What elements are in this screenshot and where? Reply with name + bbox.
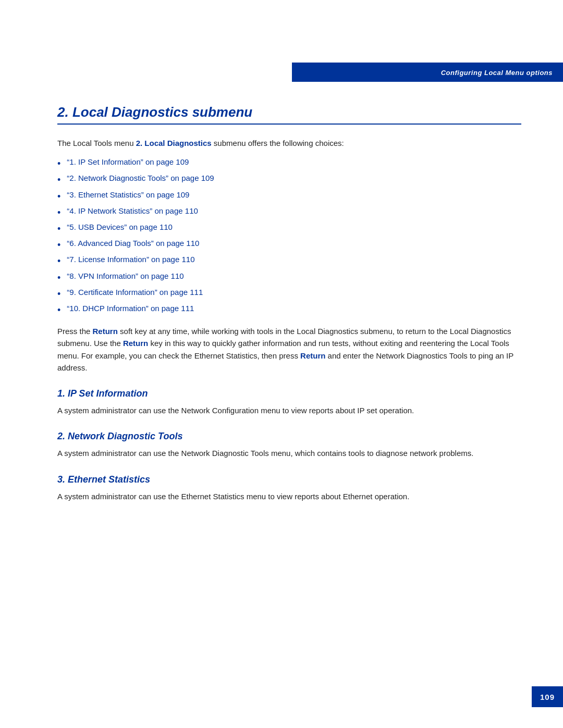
list-item: • “3. Ethernet Statistics” on page 109	[57, 190, 521, 203]
bullet-dot: •	[57, 304, 60, 317]
bullet-link[interactable]: “2. Network Diagnostic Tools” on page 10…	[67, 174, 214, 182]
chapter-heading: 2. Local Diagnostics submenu	[57, 104, 521, 125]
list-item: • “9. Certificate Information” on page 1…	[57, 288, 521, 301]
list-item: • “6. Advanced Diag Tools” on page 110	[57, 239, 521, 252]
bullet-link[interactable]: “5. USB Devices” on page 110	[67, 223, 173, 231]
list-item: • “1. IP Set Information” on page 109	[57, 157, 521, 170]
bullet-link[interactable]: “7. License Information” on page 110	[67, 255, 194, 264]
bullet-dot: •	[57, 157, 60, 170]
section-3-body: A system administrator can use the Ether…	[57, 490, 521, 502]
bullet-dot: •	[57, 272, 60, 285]
bullet-dot: •	[57, 174, 60, 187]
header-bar: Configuring Local Menu options	[292, 63, 563, 82]
page-container: Configuring Local Menu options 2. Local …	[0, 0, 563, 728]
bullet-dot: •	[57, 239, 60, 252]
chapter-title: 2. Local Diagnostics submenu	[57, 104, 252, 120]
section-1-body: A system administrator can use the Netwo…	[57, 404, 521, 416]
return-bold1: Return	[93, 327, 118, 336]
bullet-dot: •	[57, 206, 60, 219]
section-3-heading: 3. Ethernet Statistics	[57, 474, 521, 485]
bullet-list: • “1. IP Set Information” on page 109 • …	[57, 157, 521, 317]
section-1-number: 1.	[57, 388, 65, 399]
list-item: • “4. IP Network Statistics” on page 110	[57, 206, 521, 219]
section-2-body: A system administrator can use the Netwo…	[57, 447, 521, 459]
bullet-link[interactable]: “8. VPN Information” on page 110	[67, 272, 183, 280]
bullet-dot: •	[57, 223, 60, 236]
bullet-link[interactable]: “6. Advanced Diag Tools” on page 110	[67, 239, 199, 248]
list-item: • “7. License Information” on page 110	[57, 255, 521, 268]
page-number: 109	[540, 693, 555, 701]
return-paragraph: Press the Return soft key at any time, w…	[57, 325, 521, 374]
section-3-title: Ethernet Statistics	[68, 474, 150, 485]
section-2-title: Network Diagnostic Tools	[68, 431, 182, 441]
list-item: • “2. Network Diagnostic Tools” on page …	[57, 174, 521, 187]
bullet-link[interactable]: “4. IP Network Statistics” on page 110	[67, 206, 198, 215]
section-1-heading: 1. IP Set Information	[57, 388, 521, 399]
bullet-link[interactable]: “3. Ethernet Statistics” on page 109	[67, 190, 189, 199]
page-number-box: 109	[532, 686, 563, 707]
section-2-number: 2.	[57, 431, 65, 441]
bullet-dot: •	[57, 255, 60, 268]
bullet-dot: •	[57, 190, 60, 203]
main-content: 2. Local Diagnostics submenu The Local T…	[57, 104, 521, 686]
return-bold2: Return	[123, 339, 148, 348]
list-item: • “5. USB Devices” on page 110	[57, 223, 521, 236]
bullet-link[interactable]: “10. DHCP Information” on page 111	[67, 304, 194, 313]
header-bar-text: Configuring Local Menu options	[441, 69, 553, 77]
section-2-heading: 2. Network Diagnostic Tools	[57, 431, 521, 442]
intro-text-before: The Local Tools menu	[57, 139, 136, 147]
section-3-number: 3.	[57, 474, 65, 485]
intro-paragraph: The Local Tools menu 2. Local Diagnostic…	[57, 137, 521, 149]
section-1-title: IP Set Information	[68, 388, 148, 399]
return-text1: Press the	[57, 327, 93, 336]
bullet-link[interactable]: “9. Certificate Information” on page 111	[67, 288, 203, 297]
return-bold3: Return	[300, 351, 325, 360]
bullet-link[interactable]: “1. IP Set Information” on page 109	[67, 157, 189, 166]
list-item: • “10. DHCP Information” on page 111	[57, 304, 521, 317]
bullet-dot: •	[57, 288, 60, 301]
intro-text-after: submenu offers the following choices:	[212, 139, 344, 147]
intro-bold-text: 2. Local Diagnostics	[136, 139, 212, 147]
list-item: • “8. VPN Information” on page 110	[57, 272, 521, 285]
